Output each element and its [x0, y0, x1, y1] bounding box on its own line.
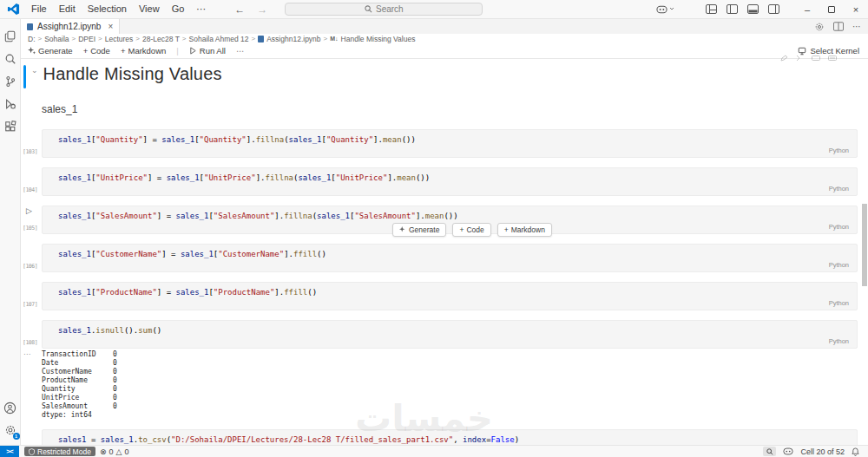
markdown-heading-cell[interactable]: ⌄ Handle Missing Values: [23, 64, 868, 88]
cell-language-picker[interactable]: Python: [829, 223, 849, 231]
generate-label: Generate: [38, 46, 73, 55]
plus-icon: +: [83, 46, 89, 55]
scrollbar-thumb[interactable]: [862, 204, 867, 286]
source-control-icon[interactable]: [0, 70, 21, 93]
code-line[interactable]: sales_1["UnitPrice"] = sales_1["UnitPric…: [58, 173, 857, 182]
code-line[interactable]: sales_1["SalesAmount"] = sales_1["SalesA…: [58, 212, 857, 220]
split-cell-icon[interactable]: [796, 55, 804, 62]
cell-language-picker[interactable]: Python: [829, 299, 849, 307]
copilot-button[interactable]: [656, 5, 674, 14]
edit-cell-icon[interactable]: [780, 55, 788, 62]
tab-bar: Assighn12.ipynb × ⋯: [21, 19, 868, 34]
extensions-icon[interactable]: [0, 115, 21, 138]
problems-indicator[interactable]: ⊗ 0 △ 0: [95, 446, 134, 457]
insert-code-button[interactable]: + Code: [452, 223, 490, 237]
restricted-mode-badge[interactable]: Restricted Mode: [24, 447, 95, 456]
breadcrumb-item[interactable]: DPEI: [78, 35, 95, 43]
copilot-status-icon[interactable]: [783, 447, 793, 455]
breadcrumb-item[interactable]: D:: [28, 35, 36, 43]
menu-bar: FileEditSelectionViewGo⋯: [25, 2, 212, 16]
notebook-heading: Handle Missing Values: [43, 64, 222, 84]
nav-back-icon[interactable]: ←: [234, 3, 245, 16]
more-cell-actions-icon[interactable]: [828, 55, 837, 62]
split-editor-icon[interactable]: [833, 22, 844, 31]
tab-close-icon[interactable]: ×: [108, 22, 113, 31]
breadcrumb-item[interactable]: Sohaila Ahmed 12: [189, 35, 249, 43]
collapse-cell-icon[interactable]: [812, 55, 820, 62]
insert-generate-button[interactable]: Generate: [392, 223, 446, 237]
breadcrumb-item[interactable]: Sohaila: [44, 35, 69, 43]
cell-language-picker[interactable]: Python: [829, 185, 849, 193]
code-cell[interactable]: sales_1["ProductName"] = sales_1["Produc…: [42, 282, 858, 310]
search-input[interactable]: Search: [285, 3, 483, 16]
code-line[interactable]: sales_1.isnull().sum(): [58, 326, 857, 335]
breadcrumb-separator: >: [98, 35, 102, 42]
toolbar-more-icon[interactable]: ⋯: [236, 46, 245, 55]
code-cell[interactable]: sales1 = sales_1.to_csv("D:/Sohaila/DPEI…: [42, 429, 858, 445]
zoom-status-button[interactable]: [763, 447, 776, 456]
settings-gear-icon[interactable]: 1: [0, 419, 21, 441]
cell-language-picker[interactable]: Python: [829, 261, 849, 269]
breadcrumb-item[interactable]: 28-Lec28 T: [142, 35, 180, 43]
code-cell[interactable]: sales_1["Quantity"] = sales_1["Quantity"…: [42, 129, 858, 158]
code-cell[interactable]: sales_1["CustomerName"] = sales_1["Custo…: [42, 244, 858, 272]
breadcrumb-item[interactable]: Assighn12.ipynb: [266, 35, 320, 43]
cell-indicator[interactable]: Cell 20 of 52: [800, 447, 845, 456]
insert-code-label: Code: [466, 225, 483, 234]
toggle-panel-icon[interactable]: [747, 4, 759, 14]
code-cell[interactable]: sales_1.isnull().sum() Python: [42, 320, 858, 349]
run-debug-icon[interactable]: [0, 93, 21, 115]
code-cell[interactable]: sales_1["UnitPrice"] = sales_1["UnitPric…: [42, 167, 858, 196]
notebook-file-icon: [27, 23, 33, 30]
errors-icon: ⊗: [100, 447, 107, 456]
code-line[interactable]: sales_1["ProductName"] = sales_1["Produc…: [58, 288, 857, 297]
breadcrumb-item[interactable]: Handle Missing Values: [341, 35, 416, 43]
account-icon[interactable]: [0, 396, 21, 419]
close-button[interactable]: ×: [844, 4, 868, 15]
menu-go[interactable]: Go: [166, 2, 191, 16]
vscode-logo-icon: [7, 3, 20, 16]
search-view-icon[interactable]: [0, 48, 21, 70]
menu-selection[interactable]: Selection: [82, 2, 133, 16]
activity-bar: 1: [0, 19, 21, 445]
breadcrumb-item[interactable]: Lectures: [105, 35, 134, 43]
markdown-subtext-cell[interactable]: sales_1: [42, 103, 868, 115]
run-cell-icon[interactable]: ▷: [26, 206, 32, 215]
generate-button[interactable]: Generate: [28, 46, 73, 55]
cell-output: ⋯TransactionID 0 Date 0 CustomerName 0 P…: [21, 350, 868, 420]
add-code-button[interactable]: + Code: [83, 46, 110, 55]
bell-icon[interactable]: [852, 447, 859, 456]
toolbar-divider: |: [176, 46, 178, 55]
insert-markdown-button[interactable]: + Markdown: [497, 223, 552, 237]
code-line[interactable]: sales_1["CustomerName"] = sales_1["Custo…: [58, 250, 857, 258]
add-markdown-button[interactable]: + Markdown: [121, 46, 166, 55]
output-collapse-icon[interactable]: ⋯: [21, 350, 42, 420]
status-bar: >< Restricted Mode ⊗ 0 △ 0 Cell 20 of 52: [0, 445, 868, 457]
menu-[interactable]: ⋯: [190, 2, 212, 16]
run-all-button[interactable]: Run All: [189, 46, 226, 55]
maximize-button[interactable]: [819, 4, 844, 15]
breadcrumb-separator: >: [182, 35, 187, 42]
toggle-sidebar-icon[interactable]: [727, 4, 738, 14]
menu-view[interactable]: View: [133, 2, 166, 16]
copilot-icon: [656, 5, 667, 14]
insert-cell-toolbar: Generate + Code + Markdown: [392, 223, 552, 237]
minimize-button[interactable]: –: [795, 4, 819, 15]
cell-language-picker[interactable]: Python: [829, 147, 849, 154]
tab-assighn12[interactable]: Assighn12.ipynb ×: [21, 19, 120, 34]
cell-language-picker[interactable]: Python: [829, 337, 849, 345]
nav-forward-icon[interactable]: →: [257, 3, 267, 16]
collapse-chevron-icon[interactable]: ⌄: [31, 66, 38, 75]
code-line[interactable]: sales1 = sales_1.to_csv("D:/Sohaila/DPEI…: [58, 435, 857, 444]
menu-file[interactable]: File: [25, 2, 53, 16]
warnings-count: 0: [124, 447, 128, 456]
remote-indicator[interactable]: ><: [0, 446, 19, 457]
notebook-settings-icon[interactable]: [814, 22, 825, 32]
editor-more-actions-icon[interactable]: ⋯: [852, 22, 861, 31]
menu-edit[interactable]: Edit: [53, 2, 82, 16]
plus-icon: +: [459, 225, 464, 234]
explorer-icon[interactable]: [0, 25, 21, 48]
toggle-secondary-sidebar-icon[interactable]: [768, 4, 779, 14]
customize-layout-icon[interactable]: [706, 4, 717, 14]
code-line[interactable]: sales_1["Quantity"] = sales_1["Quantity"…: [58, 135, 857, 144]
